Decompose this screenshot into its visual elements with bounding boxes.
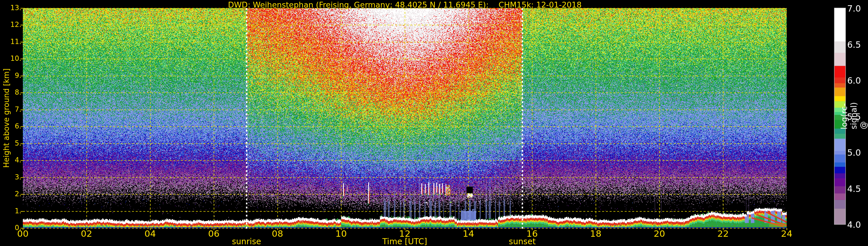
- ceilometer-quicklook: DWD: Weihenstephan (Freising, Germany; 4…: [0, 0, 868, 246]
- x-tick-label: 06: [202, 228, 225, 239]
- y-tick-label: 4.: [0, 156, 22, 164]
- x-tick-label: 16: [521, 228, 544, 239]
- y-tick-label: 8.: [0, 88, 22, 96]
- x-tick-label: 04: [138, 228, 162, 239]
- x-tick-label: 20: [648, 228, 671, 239]
- colorbar-tick-label: 5.5: [847, 112, 867, 122]
- heatmap-canvas: [0, 0, 868, 246]
- colorbar-tick-label: 5.0: [847, 148, 867, 158]
- x-tick-label: 24: [775, 228, 798, 239]
- y-tick-label: 7.: [0, 105, 22, 114]
- y-tick-label: 12.: [0, 21, 22, 29]
- x-tick-label: 10: [330, 228, 353, 239]
- x-tick-label: 18: [584, 228, 607, 239]
- y-tick-label: 1.: [0, 207, 22, 215]
- colorbar-tick-label: 4.0: [847, 220, 867, 230]
- y-tick-label: 11.: [0, 38, 22, 46]
- y-tick-label: 6.: [0, 122, 22, 130]
- y-tick-label: 10.: [0, 54, 22, 63]
- x-tick-label: 02: [75, 228, 98, 239]
- colorbar-tick-label: 7.0: [847, 3, 867, 13]
- x-tick-label: 22: [711, 228, 735, 239]
- x-tick-label: 00: [11, 228, 34, 239]
- page-title: DWD: Weihenstephan (Freising, Germany; 4…: [116, 0, 694, 9]
- x-tick-label: 08: [266, 228, 289, 239]
- colorbar-tick-label: 6.5: [847, 40, 867, 50]
- x-tick-label: 14: [457, 228, 480, 239]
- y-tick-label: 5.: [0, 139, 22, 147]
- x-tick-label: 12: [393, 228, 416, 239]
- colorbar-tick-label: 4.5: [847, 184, 867, 194]
- colorbar-tick-label: 6.0: [847, 75, 867, 86]
- y-axis-label: Height above ground [km]: [2, 68, 11, 167]
- y-tick-label: 3.: [0, 173, 22, 181]
- y-tick-label: 2.: [0, 190, 22, 198]
- y-tick-label: 9.: [0, 71, 22, 80]
- y-tick-label: 13.: [0, 4, 22, 12]
